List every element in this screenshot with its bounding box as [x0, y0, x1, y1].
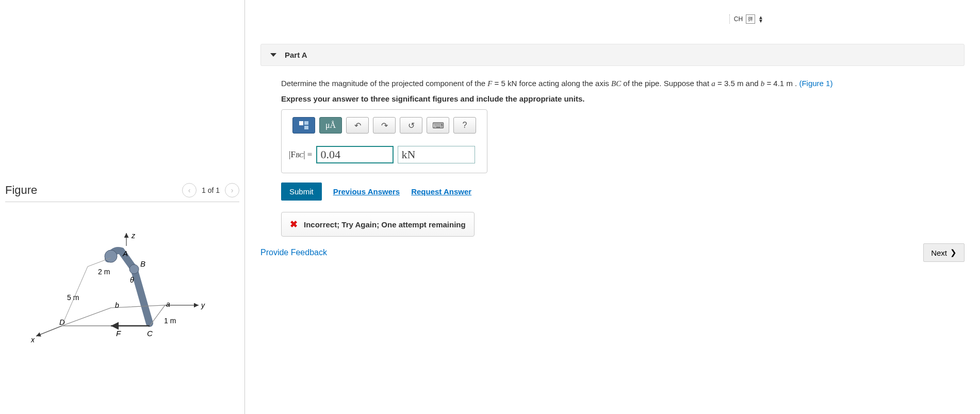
- problem-statement: Determine the magnitude of the projected…: [281, 77, 965, 105]
- help-icon: ?: [463, 121, 467, 130]
- collapse-icon: [270, 53, 276, 57]
- svg-line-11: [151, 306, 164, 325]
- answer-box: μÅ ↶ ↷ ↺ ⌨ ? |FBC| =: [281, 109, 487, 173]
- axis-x-label: x: [30, 336, 35, 344]
- keyboard-icon: ⌨: [432, 121, 444, 130]
- answer-toolbar: μÅ ↶ ↷ ↺ ⌨ ?: [289, 117, 480, 134]
- point-B-label: B: [140, 259, 145, 268]
- svg-line-10: [62, 308, 111, 326]
- svg-rect-12: [299, 121, 303, 125]
- help-button[interactable]: ?: [453, 117, 476, 134]
- axis-y-label: y: [201, 301, 205, 309]
- answer-unit-input[interactable]: [398, 146, 475, 163]
- part-title: Part A: [285, 51, 307, 59]
- figure-link[interactable]: (Figure 1): [799, 79, 832, 88]
- svg-point-4: [105, 250, 117, 262]
- figure-prev-button[interactable]: ‹: [182, 183, 197, 197]
- figure-next-button[interactable]: ›: [225, 183, 239, 197]
- svg-line-3: [134, 269, 150, 323]
- dim-2m: 2 m: [98, 268, 110, 276]
- chevron-right-icon: ❯: [950, 248, 957, 257]
- submit-button[interactable]: Submit: [281, 183, 322, 201]
- svg-rect-13: [304, 121, 308, 125]
- figure-pager: ‹ 1 of 1 ›: [182, 183, 239, 197]
- feedback-message: ✖ Incorrect; Try Again; One attempt rema…: [281, 212, 475, 237]
- provide-feedback-link[interactable]: Provide Feedback: [260, 248, 327, 257]
- reset-icon: ↺: [408, 121, 415, 130]
- figure-page-count: 1 of 1: [202, 186, 220, 194]
- point-C-label: C: [147, 329, 153, 338]
- reset-button[interactable]: ↺: [400, 117, 422, 134]
- svg-line-9: [62, 267, 88, 326]
- question-panel: Part A Determine the magnitude of the pr…: [245, 0, 980, 414]
- svg-line-2: [36, 326, 62, 336]
- redo-button[interactable]: ↷: [373, 117, 396, 134]
- part-header[interactable]: Part A: [260, 44, 965, 66]
- symbols-button[interactable]: μÅ: [319, 117, 342, 134]
- answer-value-input[interactable]: [316, 146, 394, 163]
- redo-icon: ↷: [381, 121, 388, 130]
- undo-icon: ↶: [354, 121, 361, 130]
- answer-lhs: |FBC| =: [289, 150, 312, 160]
- next-button[interactable]: Next ❯: [923, 243, 965, 262]
- feedback-text: Incorrect; Try Again; One attempt remain…: [304, 220, 466, 229]
- dim-a: a: [166, 300, 170, 308]
- figure-title: Figure: [5, 184, 37, 197]
- keyboard-button[interactable]: ⌨: [427, 117, 449, 134]
- incorrect-icon: ✖: [290, 219, 298, 230]
- templates-button[interactable]: [292, 117, 315, 134]
- answer-instructions: Express your answer to three significant…: [281, 93, 965, 105]
- request-answer-link[interactable]: Request Answer: [411, 187, 471, 196]
- force-F-label: F: [116, 329, 121, 338]
- svg-rect-14: [304, 126, 308, 129]
- figure-diagram: z y x A B C D: [31, 233, 227, 346]
- figure-panel: Figure ‹ 1 of 1 › z y x: [0, 0, 245, 414]
- dim-1m: 1 m: [164, 317, 176, 325]
- angle-theta: θ: [130, 276, 134, 284]
- axis-z-label: z: [131, 231, 136, 240]
- undo-button[interactable]: ↶: [346, 117, 369, 134]
- previous-answers-link[interactable]: Previous Answers: [333, 187, 400, 196]
- svg-point-5: [129, 264, 139, 274]
- dim-b: b: [115, 301, 119, 309]
- point-A-label: A: [122, 249, 128, 258]
